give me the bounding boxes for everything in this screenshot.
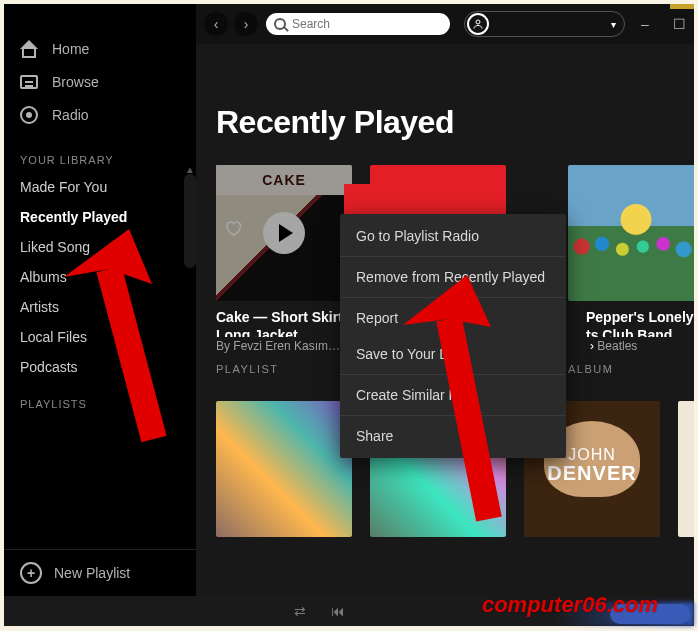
chevron-down-icon: ▾ [611, 19, 616, 30]
card-type: ALBUM [568, 353, 694, 375]
card-title: Cake — Short Skirt / Long Jacket [216, 301, 352, 337]
window-minimize-button[interactable]: – [633, 14, 657, 34]
topbar: ‹ › ▾ – ☐ ✕ [4, 4, 694, 44]
plus-icon: + [20, 562, 42, 584]
nav-radio-label: Radio [52, 107, 89, 123]
watermark-text: computer06.com [482, 592, 658, 618]
browse-icon [20, 75, 38, 89]
play-icon[interactable] [263, 212, 305, 254]
svg-point-0 [476, 20, 480, 24]
previous-track-icon[interactable]: ⏮ [328, 601, 348, 621]
search-input[interactable] [292, 17, 442, 31]
page-title: Recently Played [196, 44, 694, 159]
user-menu[interactable]: ▾ [464, 11, 625, 37]
annotation-arrow-left [44, 229, 184, 449]
media-card[interactable] [216, 401, 352, 537]
window-maximize-button[interactable]: ☐ [667, 14, 691, 34]
album-cover[interactable] [568, 165, 694, 301]
ctx-go-to-playlist-radio[interactable]: Go to Playlist Radio [340, 218, 566, 254]
sidebar-item-made-for-you[interactable]: Made For You [4, 172, 196, 202]
heart-icon[interactable] [224, 219, 242, 237]
user-name [495, 19, 605, 29]
nav-radio[interactable]: Radio [4, 98, 196, 132]
nav-back-button[interactable]: ‹ [204, 12, 228, 36]
spotify-desktop-window: Home Browse Radio YOUR LIBRARY Made For … [4, 4, 694, 626]
media-card-johnny-cash[interactable]: JOHNNY CASH [678, 401, 694, 537]
user-avatar-icon [467, 13, 489, 35]
svg-marker-2 [403, 275, 491, 327]
nav-browse-label: Browse [52, 74, 99, 90]
cover-text: CAKE [216, 165, 352, 195]
album-cover[interactable]: CAKE [216, 165, 352, 301]
media-card-sgt-pepper[interactable]: Pepper's Lonely ts Club Band (astered) ›… [568, 165, 694, 375]
shuffle-icon[interactable]: ⇄ [290, 601, 310, 621]
sidebar-scrollbar[interactable] [184, 174, 196, 268]
annotation-arrow-right [379, 269, 529, 529]
radio-icon [20, 106, 38, 124]
card-type: PLAYLIST [216, 353, 352, 375]
library-header: YOUR LIBRARY [4, 138, 196, 172]
nav-forward-button[interactable]: › [234, 12, 258, 36]
divider [340, 256, 566, 257]
sidebar-item-recently-played[interactable]: Recently Played [4, 202, 196, 232]
album-cover[interactable]: JOHNNY CASH [678, 401, 694, 537]
album-cover[interactable] [216, 401, 352, 537]
new-playlist-button[interactable]: + New Playlist [4, 549, 196, 596]
new-playlist-label: New Playlist [54, 565, 130, 581]
card-title: Pepper's Lonely ts Club Band (astered) [568, 301, 694, 337]
card-byline: › Beatles [568, 337, 694, 353]
card-byline: By Fevzi Eren Kasım… [216, 337, 352, 353]
search-box[interactable] [266, 13, 450, 35]
search-icon [274, 18, 286, 30]
nav-browse[interactable]: Browse [4, 66, 196, 98]
media-card-cake[interactable]: CAKE Cake — Short Skirt / Long Jacket By… [216, 165, 352, 375]
chevron-right-icon: › [586, 339, 594, 353]
